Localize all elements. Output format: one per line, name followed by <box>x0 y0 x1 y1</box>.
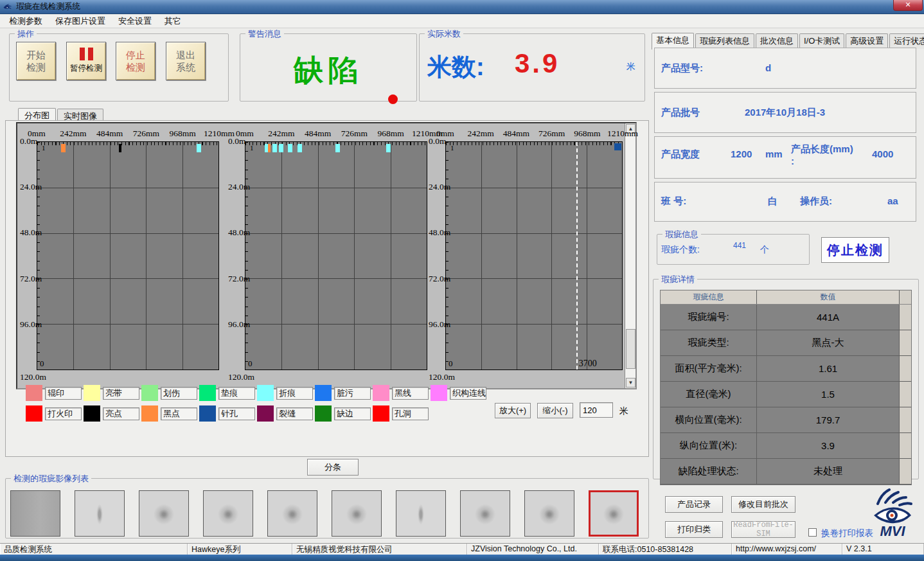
defect-thumbnail-6[interactable] <box>396 490 446 537</box>
op-button-0[interactable]: 开始检测 <box>16 42 56 80</box>
legend-item-织构连线: 织构连线 <box>431 385 488 401</box>
defect-table-row[interactable]: 瑕疵编号:441A <box>661 305 911 330</box>
defect-table-row[interactable]: 纵向位置(米):3.9 <box>661 433 911 459</box>
meters-group: 实际米数 米数: 3.9 米 <box>419 33 645 102</box>
menu-item-2[interactable]: 安全设置 <box>112 14 158 28</box>
legend-color-swatch <box>199 385 216 401</box>
zoom-out-button[interactable]: 缩小(-) <box>537 403 573 418</box>
legend-item-亮带: 亮带 <box>84 385 141 401</box>
op-button-2[interactable]: 停止检测 <box>116 42 155 80</box>
right-tab-5[interactable]: 运行状态信息 <box>889 33 924 49</box>
roll-print-checkbox[interactable] <box>808 528 817 537</box>
defect-chart-1: 0mm242mm484mm726mm968mm1210mm0.0m24.0m48… <box>20 126 219 383</box>
alarm-dot-indicator <box>388 94 398 104</box>
modify-batch-button[interactable]: 修改目前批次 <box>731 496 795 513</box>
close-button[interactable]: ✕ <box>893 0 923 11</box>
scroll-thumb[interactable] <box>626 329 635 369</box>
defect-mark[interactable] <box>298 144 302 152</box>
menu-item-3[interactable]: 其它 <box>158 14 188 28</box>
right-tab-1[interactable]: 瑕疵列表信息 <box>695 33 754 49</box>
product-batch-label: 产品批号 <box>661 107 700 119</box>
range-input[interactable] <box>580 402 613 418</box>
product-width-value: 1200 <box>731 148 752 159</box>
right-tab-4[interactable]: 高级设置 <box>846 33 888 49</box>
defect-mark[interactable] <box>61 144 66 152</box>
defect-table-row[interactable]: 横向位置(毫米):179.7 <box>661 407 911 433</box>
defect-thumbnail-5[interactable] <box>332 490 382 537</box>
defect-count-value: 441 <box>733 241 746 250</box>
legend-label: 垫痕 <box>218 387 255 400</box>
menu-item-0[interactable]: 检测参数 <box>3 14 49 28</box>
legend-item-黑点: 黑点 <box>141 405 199 422</box>
defect-row-label: 瑕疵编号: <box>661 305 757 330</box>
defect-legend-row-1: 辊印亮带划伤垫痕折痕脏污黑线织构连线 <box>26 385 488 401</box>
meter-count-value: 3.9 <box>515 48 560 79</box>
gridline-v <box>587 142 587 370</box>
chart-plot-area[interactable]: 01 <box>245 141 427 370</box>
defect-mark[interactable] <box>197 144 201 152</box>
defect-count-label: 瑕疵个数: <box>661 244 700 256</box>
legend-item-折痕: 折痕 <box>257 385 315 401</box>
defect-thumbnail-7[interactable] <box>460 490 510 537</box>
defect-table-row[interactable]: 直径(毫米)1.5 <box>661 382 911 407</box>
menu-item-1[interactable]: 保存图片设置 <box>49 14 112 28</box>
defect-mark[interactable] <box>119 144 121 152</box>
right-tab-2[interactable]: 批次信息 <box>756 33 798 49</box>
op-button-1[interactable]: 暂停检测 <box>66 42 106 80</box>
legend-color-swatch <box>373 385 389 401</box>
legend-color-swatch <box>315 405 332 422</box>
scroll-down-icon[interactable]: ▼ <box>626 378 635 387</box>
defect-info-title: 瑕疵信息 <box>662 229 701 240</box>
right-tab-3[interactable]: I/O卡测试 <box>799 33 844 49</box>
defect-thumbnail-8[interactable] <box>524 490 574 537</box>
defect-mark[interactable] <box>386 144 391 152</box>
warning-message: 缺陷 <box>240 51 416 91</box>
stop-detect-button[interactable]: 停止检测 <box>821 237 889 263</box>
defect-thumbnail-3[interactable] <box>203 490 253 537</box>
defect-legend-row-2: 打火印亮点黑点针孔裂缝缺边孔洞 <box>26 405 431 422</box>
chart-scrollbar[interactable]: ▲ ▼ <box>625 123 635 388</box>
defect-table-row[interactable]: 瑕疵类型:黑点-大 <box>661 330 911 356</box>
defect-thumbnail-0[interactable] <box>10 490 60 537</box>
defect-thumbnail-4[interactable] <box>267 490 317 537</box>
gridline-h <box>446 278 622 279</box>
defect-row-value: 1.61 <box>757 356 900 381</box>
chart-x-axis-labels: 0mm242mm484mm726mm968mm1210mm <box>445 129 623 138</box>
defect-mark[interactable] <box>614 143 621 150</box>
legend-label: 划伤 <box>161 387 197 400</box>
legend-item-打火印: 打火印 <box>26 405 84 422</box>
legend-label: 亮带 <box>103 387 139 400</box>
defect-mark[interactable] <box>272 144 277 152</box>
zoom-in-button[interactable]: 放大(+) <box>495 403 531 418</box>
defect-thumbnail-2[interactable] <box>139 490 189 537</box>
op-button-3[interactable]: 退出系统 <box>166 42 206 80</box>
product-batch-value: 2017年10月18日-3 <box>745 107 825 119</box>
chart-plot-area[interactable]: 01 <box>37 141 219 370</box>
gridline-v <box>318 142 319 370</box>
chart-plot-area[interactable]: 013700 <box>445 141 623 370</box>
defect-row-spacer <box>900 330 911 355</box>
gridline-v <box>517 142 517 370</box>
gridline-h <box>446 233 622 234</box>
legend-label: 折痕 <box>276 387 313 400</box>
defect-mark[interactable] <box>268 144 271 152</box>
chart-x-axis-labels: 0mm242mm484mm726mm968mm1210mm <box>37 129 219 138</box>
defect-table-row[interactable]: 面积(平方毫米):1.61 <box>661 356 911 382</box>
defect-chart-2: 0mm242mm484mm726mm968mm1210mm0.0m24.0m48… <box>228 126 427 383</box>
defect-mark[interactable] <box>288 144 292 152</box>
gridline-h <box>37 188 218 188</box>
legend-color-swatch <box>199 405 216 422</box>
product-record-button[interactable]: 产品记录 <box>665 496 723 513</box>
legend-color-swatch <box>84 385 100 401</box>
print-classify-button[interactable]: 打印归类 <box>665 521 723 538</box>
meter-count-label: 米数: <box>427 51 484 84</box>
defect-row-spacer <box>900 459 911 484</box>
product-size-row: 产品宽度 1200 mm 产品长度(mm) : 4000 <box>654 136 916 179</box>
strip-button[interactable]: 分条 <box>307 459 359 476</box>
defect-thumbnail-9[interactable] <box>589 490 639 537</box>
defect-thumbnail-1[interactable] <box>75 490 125 537</box>
defect-mark[interactable] <box>279 144 283 152</box>
defect-mark[interactable] <box>335 144 340 152</box>
defect-detail-title: 瑕疵详情 <box>659 274 697 285</box>
defect-table-row[interactable]: 缺陷处理状态:未处理 <box>661 459 911 485</box>
